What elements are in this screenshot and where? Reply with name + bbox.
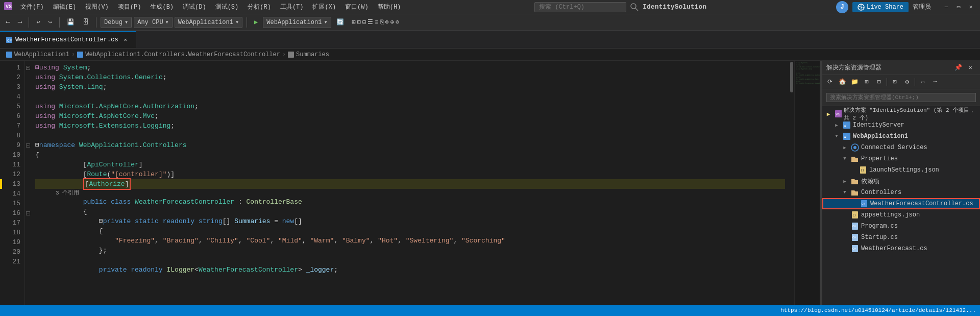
toolbar-icon2[interactable]: ⊡ [357, 18, 361, 26]
se-connected-services[interactable]: ▶ Connected Services [822, 142, 980, 153]
se-solution[interactable]: ▶ VS 解决方案 "IdentitySolution" (第 2 个项目，共 … [822, 108, 980, 119]
forward-btn[interactable]: ⟶ [15, 17, 24, 27]
toolbar-icon4[interactable]: ☰ [368, 18, 373, 26]
ln-14: 14 [2, 189, 20, 199]
se-folder-btn[interactable]: 📁 [849, 77, 860, 88]
editor-minimap[interactable]: using System; using System.Collections.G… [794, 61, 820, 316]
redo-btn[interactable]: ↪ [45, 17, 55, 27]
reload-btn[interactable]: 🔄 [333, 17, 347, 27]
menu-debug[interactable]: 调试(D) [179, 2, 210, 12]
se-settings-btn[interactable]: ⚙ [901, 77, 913, 88]
chevron-down-icon: ▾ [235, 18, 239, 26]
se-pin-button[interactable]: 📌 [952, 62, 964, 74]
app-logo-icon: VS [4, 2, 12, 12]
menu-analyze[interactable]: 分析(R) [243, 2, 275, 12]
se-startup[interactable]: C# Startup.cs [822, 232, 980, 243]
toolbar: ⟵ ⟶ ↩ ↪ 💾 🗄 Debug ▾ Any CPU ▾ WebApplica… [0, 14, 980, 31]
se-weather-forecast-controller[interactable]: C# WeatherForecastController.cs [822, 198, 980, 209]
toolbar-icon9[interactable]: ⊘ [396, 18, 399, 26]
se-dependencies[interactable]: ▶ 依赖项 [822, 176, 980, 187]
class-icon [77, 52, 83, 58]
se-launch-settings[interactable]: {} launchSettings.json [822, 164, 980, 176]
menu-extensions[interactable]: 扩展(X) [308, 2, 340, 12]
toolbar-icon8[interactable]: ⊕ [390, 18, 394, 26]
collapse-20 [25, 247, 31, 257]
controllers-label: Controllers [861, 189, 901, 196]
toolbar-icon5[interactable]: ≡ [375, 19, 378, 26]
run-button[interactable]: ▶ [251, 17, 261, 27]
toolbar-icon6[interactable]: ⎘ [380, 19, 384, 26]
minimize-button[interactable]: ─ [941, 2, 951, 12]
toolbar-icon3[interactable]: ⊟ [362, 18, 366, 26]
collapse-2 [25, 72, 31, 82]
ln-12: 12 [2, 169, 20, 179]
svg-text:W: W [844, 123, 846, 128]
se-properties[interactable]: ▼ Properties [822, 153, 980, 164]
back-btn[interactable]: ⟵ [3, 17, 13, 27]
se-filter-btn[interactable]: ⊡ [889, 77, 900, 88]
save-btn[interactable]: 💾 [64, 17, 78, 27]
code-line-4 [35, 92, 785, 102]
connected-services-icon [851, 143, 859, 152]
cs-startup-icon: C# [851, 233, 859, 241]
breadcrumb-part2[interactable]: WebApplication1.Controllers.WeatherForec… [85, 51, 280, 58]
code-line-16: ⊟private static readonly string[] Summar… [35, 216, 785, 226]
undo-btn[interactable]: ↩ [33, 17, 43, 27]
breadcrumb-part1[interactable]: WebApplication1 [14, 51, 69, 58]
se-preview-btn[interactable]: ↔ [917, 77, 928, 88]
se-close-button[interactable]: ✕ [965, 62, 976, 74]
collapse-16[interactable]: − [25, 208, 31, 218]
code-line-12: [Route("[controller]")] [35, 169, 785, 179]
menu-build[interactable]: 生成(B) [146, 2, 178, 12]
collapse-7 [25, 121, 31, 131]
tab-weather-forecast[interactable]: C# WeatherForecastController.cs ✕ [0, 31, 136, 48]
breadcrumb-part3[interactable]: Summaries [296, 51, 329, 58]
solution-label: 解决方案 "IdentitySolution" (第 2 个项目，共 2 个) [844, 106, 978, 121]
se-weather-forecast[interactable]: C# WeatherForecast.cs [822, 243, 980, 254]
weather-forecast-label: WeatherForecast.cs [861, 245, 927, 252]
collapse-9[interactable]: − [25, 140, 31, 150]
maximize-button[interactable]: ▭ [953, 2, 964, 12]
live-share-button[interactable]: Live Share [852, 2, 909, 12]
se-title: 解决方案资源管理器 [826, 63, 881, 72]
toolbar-icon7[interactable]: ⊗ [385, 18, 389, 26]
se-home-btn[interactable]: 🏠 [837, 77, 848, 88]
collapse-5 [25, 102, 31, 111]
se-search-input[interactable] [826, 93, 976, 102]
se-web-application[interactable]: ▼ W WebApplication1 [822, 131, 980, 142]
code-line-15: { [35, 207, 785, 216]
global-search-input[interactable] [534, 2, 626, 12]
debug-mode-dropdown[interactable]: Debug ▾ [101, 17, 132, 28]
menu-edit[interactable]: 编辑(E) [49, 2, 81, 12]
properties-folder-icon [851, 155, 859, 163]
svg-text:C#: C# [7, 38, 12, 43]
scroll-thumb[interactable] [790, 62, 793, 92]
tab-close-button[interactable]: ✕ [121, 36, 130, 44]
se-sync-btn[interactable]: ⟳ [824, 77, 836, 88]
menu-test[interactable]: 测试(S) [211, 2, 243, 12]
launch-settings-label: launchSettings.json [869, 166, 939, 174]
save-all-btn[interactable]: 🗄 [80, 17, 92, 27]
editor-scrollbar[interactable] [789, 61, 794, 316]
se-controllers[interactable]: ▼ Controllers [822, 187, 980, 198]
project-dropdown[interactable]: WebApplication1 ▾ [175, 17, 242, 28]
platform-dropdown[interactable]: Any CPU ▾ [134, 17, 173, 28]
menu-view[interactable]: 视图(V) [81, 2, 113, 12]
user-name: 管理员 [913, 3, 931, 11]
code-area[interactable]: ⊟using System; using System.Collections.… [31, 61, 789, 316]
run-project-dropdown[interactable]: WebApplication1 ▾ [263, 17, 331, 28]
se-more-btn[interactable]: ⋯ [929, 77, 941, 88]
se-appsettings[interactable]: {} appsettings.json [822, 209, 980, 221]
se-program[interactable]: C# Program.cs [822, 221, 980, 232]
toolbar-icon1[interactable]: ⊞ [352, 18, 356, 26]
menu-help[interactable]: 帮助(H) [374, 2, 405, 12]
menu-window[interactable]: 窗口(W) [341, 2, 373, 12]
se-expand-btn[interactable]: ⊞ [861, 77, 872, 88]
close-button[interactable]: ✕ [966, 2, 976, 12]
se-collapse-btn[interactable]: ⊟ [873, 77, 885, 88]
collapse-1[interactable]: − [25, 63, 31, 72]
menu-project[interactable]: 项目(P) [114, 2, 145, 12]
collapse-indicators: − − − [25, 61, 31, 316]
menu-file[interactable]: 文件(F) [16, 2, 48, 12]
menu-tools[interactable]: 工具(T) [276, 2, 308, 12]
